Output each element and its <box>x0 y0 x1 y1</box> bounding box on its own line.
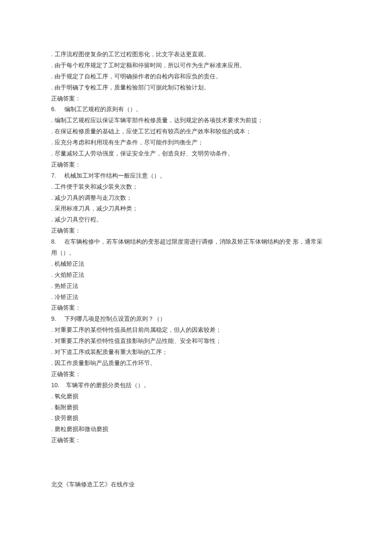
option-text: . 疲劳磨损 <box>51 413 341 424</box>
question-number: 6. <box>51 106 56 112</box>
option-text: . 由于每个程序规定了工时定额和停留时间，所以可作为生产标准来应用。 <box>51 60 341 71</box>
option-text: . 对重要工序的某些特性值虽然目前尚属稳定，但人的因素较差； <box>51 325 341 336</box>
option-text: . 氧化磨损 <box>51 391 341 402</box>
question-text: 机械加工对零件结构一般应注意（）。 <box>64 172 166 179</box>
question-stem: 10. 车辆零件的磨损分类包括（）。 <box>51 380 341 391</box>
option-text: . 磨粒磨损和微动磨损 <box>51 424 341 435</box>
option-text: . 采用标准刀具，减少刀具种类； <box>51 203 341 214</box>
option-text: . 火焰矫正法 <box>51 270 341 281</box>
option-text: . 工序流程图使复杂的工艺过程图形化，比文字表达更直观。 <box>51 49 341 60</box>
question-number: 9. <box>51 315 56 322</box>
option-text: . 由于规定了自检工序，可明确操作者的自检内容和应负的责任。 <box>51 71 341 82</box>
question-text-cont: 用（）。 <box>51 247 341 259</box>
document-page: . 工序流程图使复杂的工艺过程图形化，比文字表达更直观。 . 由于每个程序规定了… <box>0 0 392 555</box>
option-text: . 减少刀具的调整与走刀次数； <box>51 193 341 204</box>
answer-label: 正确答案： <box>51 225 341 236</box>
answer-label: 正确答案： <box>51 302 341 313</box>
question-text: 在车辆检修中，若车体钢结构的变形超过限度需进行调修，消除及矫正车体钢结构的变 形… <box>64 238 323 245</box>
option-text: . 黏附磨损 <box>51 402 341 413</box>
option-text: . 减少刀具空行程。 <box>51 214 341 225</box>
question-number: 8. <box>51 238 56 245</box>
option-text: . 因工作质量影响产品质量的工作环节。 <box>51 358 341 369</box>
option-text: . 编制工艺规程应以保证车辆零部件检修质量，达到规定的各项技术要求为前提； <box>51 115 341 126</box>
question-stem: 6. 编制工艺规程的原则有（）。 <box>51 104 341 115</box>
question-number: 7. <box>51 172 56 179</box>
answer-label: 正确答案： <box>51 369 341 380</box>
answer-label: 正确答案： <box>51 159 341 170</box>
footer-text: 北交《车辆修造工艺》在线作业 <box>51 479 341 490</box>
option-text: . 冷矫正法 <box>51 292 341 303</box>
option-text: . 尽量减轻工人劳动强度，保证安全生产，创造良好、文明劳动条件。 <box>51 148 341 159</box>
question-text: 下列哪几项是控制点设置的原则？（） <box>64 315 166 322</box>
answer-label: 正确答案： <box>51 93 341 104</box>
option-text: . 工件便于装夹和减少装夹次数； <box>51 181 341 193</box>
option-text: . 应充分考虑和利用现有生产条件，尽可能作到均衡生产； <box>51 137 341 148</box>
option-text: . 由于明确了专检工序，质量检验部门可据此制订检验计划。 <box>51 82 341 93</box>
option-text: . 对重要工序的某些特性值直接影响到产品性能、安全和可靠性； <box>51 336 341 347</box>
question-text: 编制工艺规程的原则有（）。 <box>64 106 142 112</box>
question-text: 车辆零件的磨损分类包括（）。 <box>66 382 150 388</box>
answer-label: 正确答案： <box>51 435 341 446</box>
question-stem: 8. 在车辆检修中，若车体钢结构的变形超过限度需进行调修，消除及矫正车体钢结构的… <box>51 236 341 247</box>
option-text: . 对下道工序或装配质量有重大影响的工序； <box>51 347 341 358</box>
option-text: . 在保证检修质量的基础上，应使工艺过程有较高的生产效率和较低的成本； <box>51 126 341 137</box>
question-number: 10. <box>51 382 59 388</box>
option-text: . 机械矫正法 <box>51 259 341 270</box>
blank-space <box>51 446 341 479</box>
option-text: . 热矫正法 <box>51 281 341 292</box>
question-stem: 9. 下列哪几项是控制点设置的原则？（） <box>51 313 341 325</box>
question-stem: 7. 机械加工对零件结构一般应注意（）。 <box>51 170 341 181</box>
